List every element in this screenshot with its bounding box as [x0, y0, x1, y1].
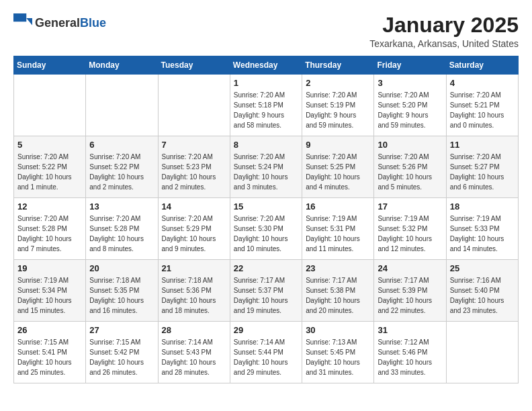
day-info: Sunrise: 7:17 AM Sunset: 5:37 PM Dayligh… — [234, 275, 298, 316]
day-info: Sunrise: 7:20 AM Sunset: 5:21 PM Dayligh… — [450, 90, 515, 130]
calendar-cell: 24Sunrise: 7:17 AM Sunset: 5:39 PM Dayli… — [374, 260, 446, 322]
day-header-saturday: Saturday — [446, 56, 518, 75]
day-info: Sunrise: 7:20 AM Sunset: 5:19 PM Dayligh… — [306, 90, 370, 130]
day-info: Sunrise: 7:20 AM Sunset: 5:28 PM Dayligh… — [17, 214, 82, 254]
calendar-week-3: 12Sunrise: 7:20 AM Sunset: 5:28 PM Dayli… — [14, 198, 519, 260]
calendar-cell: 20Sunrise: 7:18 AM Sunset: 5:35 PM Dayli… — [86, 260, 158, 322]
day-info: Sunrise: 7:19 AM Sunset: 5:32 PM Dayligh… — [378, 214, 442, 254]
day-number: 17 — [378, 201, 442, 212]
day-number: 19 — [17, 263, 82, 273]
calendar-cell: 6Sunrise: 7:20 AM Sunset: 5:22 PM Daylig… — [86, 136, 158, 198]
calendar-cell: 27Sunrise: 7:15 AM Sunset: 5:42 PM Dayli… — [86, 322, 158, 383]
page-header: GeneralBlue January 2025 Texarkana, Arka… — [13, 13, 519, 49]
calendar-cell: 22Sunrise: 7:17 AM Sunset: 5:37 PM Dayli… — [230, 260, 302, 322]
day-info: Sunrise: 7:17 AM Sunset: 5:38 PM Dayligh… — [306, 275, 370, 316]
calendar-cell: 17Sunrise: 7:19 AM Sunset: 5:32 PM Dayli… — [374, 198, 446, 260]
calendar-cell: 16Sunrise: 7:19 AM Sunset: 5:31 PM Dayli… — [302, 198, 374, 260]
day-number: 24 — [378, 263, 442, 273]
day-header-thursday: Thursday — [302, 56, 374, 75]
day-number: 18 — [450, 201, 515, 212]
day-info: Sunrise: 7:17 AM Sunset: 5:39 PM Dayligh… — [378, 275, 442, 316]
day-info: Sunrise: 7:12 AM Sunset: 5:46 PM Dayligh… — [378, 337, 442, 377]
svg-rect-2 — [13, 13, 26, 21]
calendar-cell — [86, 75, 158, 136]
calendar-cell: 31Sunrise: 7:12 AM Sunset: 5:46 PM Dayli… — [374, 322, 446, 383]
day-info: Sunrise: 7:15 AM Sunset: 5:41 PM Dayligh… — [17, 337, 82, 377]
calendar-cell: 8Sunrise: 7:20 AM Sunset: 5:24 PM Daylig… — [230, 136, 302, 198]
calendar-cell: 4Sunrise: 7:20 AM Sunset: 5:21 PM Daylig… — [446, 75, 518, 136]
day-info: Sunrise: 7:19 AM Sunset: 5:33 PM Dayligh… — [450, 214, 515, 254]
day-number: 12 — [17, 201, 82, 212]
day-number: 16 — [306, 201, 370, 212]
day-number: 29 — [234, 325, 298, 335]
calendar-week-4: 19Sunrise: 7:19 AM Sunset: 5:34 PM Dayli… — [14, 260, 519, 322]
day-number: 25 — [450, 263, 515, 273]
day-number: 30 — [306, 325, 370, 335]
day-info: Sunrise: 7:14 AM Sunset: 5:44 PM Dayligh… — [234, 337, 298, 377]
calendar-cell — [158, 75, 230, 136]
day-number: 15 — [234, 201, 298, 212]
calendar-week-2: 5Sunrise: 7:20 AM Sunset: 5:22 PM Daylig… — [14, 136, 519, 198]
day-info: Sunrise: 7:19 AM Sunset: 5:31 PM Dayligh… — [306, 214, 370, 254]
day-number: 7 — [162, 140, 226, 150]
day-info: Sunrise: 7:20 AM Sunset: 5:23 PM Dayligh… — [162, 152, 226, 192]
calendar-cell: 26Sunrise: 7:15 AM Sunset: 5:41 PM Dayli… — [14, 322, 86, 383]
day-number: 28 — [162, 325, 226, 335]
calendar-cell: 23Sunrise: 7:17 AM Sunset: 5:38 PM Dayli… — [302, 260, 374, 322]
day-info: Sunrise: 7:20 AM Sunset: 5:24 PM Dayligh… — [234, 152, 298, 192]
day-number: 13 — [89, 201, 154, 212]
calendar-cell: 9Sunrise: 7:20 AM Sunset: 5:25 PM Daylig… — [302, 136, 374, 198]
calendar-cell: 13Sunrise: 7:20 AM Sunset: 5:28 PM Dayli… — [86, 198, 158, 260]
day-number: 8 — [234, 140, 298, 150]
day-info: Sunrise: 7:20 AM Sunset: 5:25 PM Dayligh… — [306, 152, 370, 192]
calendar-cell: 7Sunrise: 7:20 AM Sunset: 5:23 PM Daylig… — [158, 136, 230, 198]
day-info: Sunrise: 7:18 AM Sunset: 5:35 PM Dayligh… — [89, 275, 154, 316]
calendar-cell: 12Sunrise: 7:20 AM Sunset: 5:28 PM Dayli… — [14, 198, 86, 260]
day-info: Sunrise: 7:14 AM Sunset: 5:43 PM Dayligh… — [162, 337, 226, 377]
day-info: Sunrise: 7:16 AM Sunset: 5:40 PM Dayligh… — [450, 275, 515, 316]
calendar-cell: 18Sunrise: 7:19 AM Sunset: 5:33 PM Dayli… — [446, 198, 518, 260]
calendar-cell: 5Sunrise: 7:20 AM Sunset: 5:22 PM Daylig… — [14, 136, 86, 198]
logo-general: GeneralBlue — [35, 17, 106, 30]
calendar-week-5: 26Sunrise: 7:15 AM Sunset: 5:41 PM Dayli… — [14, 322, 519, 383]
day-info: Sunrise: 7:20 AM Sunset: 5:26 PM Dayligh… — [378, 152, 442, 192]
calendar-header-row: SundayMondayTuesdayWednesdayThursdayFrid… — [14, 56, 519, 75]
calendar-week-1: 1Sunrise: 7:20 AM Sunset: 5:18 PM Daylig… — [14, 75, 519, 136]
day-info: Sunrise: 7:18 AM Sunset: 5:36 PM Dayligh… — [162, 275, 226, 316]
calendar-cell: 30Sunrise: 7:13 AM Sunset: 5:45 PM Dayli… — [302, 322, 374, 383]
day-number: 22 — [234, 263, 298, 273]
calendar-cell: 15Sunrise: 7:20 AM Sunset: 5:30 PM Dayli… — [230, 198, 302, 260]
day-number: 21 — [162, 263, 226, 273]
calendar-cell: 21Sunrise: 7:18 AM Sunset: 5:36 PM Dayli… — [158, 260, 230, 322]
calendar-cell: 3Sunrise: 7:20 AM Sunset: 5:20 PM Daylig… — [374, 75, 446, 136]
day-info: Sunrise: 7:20 AM Sunset: 5:22 PM Dayligh… — [89, 152, 154, 192]
day-number: 4 — [450, 78, 515, 88]
day-header-tuesday: Tuesday — [158, 56, 230, 75]
calendar-cell: 14Sunrise: 7:20 AM Sunset: 5:29 PM Dayli… — [158, 198, 230, 260]
calendar-cell — [14, 75, 86, 136]
logo-icon — [13, 13, 32, 32]
day-number: 31 — [378, 325, 442, 335]
day-number: 3 — [378, 78, 442, 88]
calendar-cell: 2Sunrise: 7:20 AM Sunset: 5:19 PM Daylig… — [302, 75, 374, 136]
calendar-cell — [446, 322, 518, 383]
day-header-sunday: Sunday — [14, 56, 86, 75]
day-info: Sunrise: 7:19 AM Sunset: 5:34 PM Dayligh… — [17, 275, 82, 316]
day-number: 1 — [234, 78, 298, 88]
logo: GeneralBlue — [13, 13, 106, 32]
calendar-cell: 25Sunrise: 7:16 AM Sunset: 5:40 PM Dayli… — [446, 260, 518, 322]
calendar-cell: 10Sunrise: 7:20 AM Sunset: 5:26 PM Dayli… — [374, 136, 446, 198]
calendar-body: 1Sunrise: 7:20 AM Sunset: 5:18 PM Daylig… — [14, 75, 519, 383]
day-info: Sunrise: 7:20 AM Sunset: 5:18 PM Dayligh… — [234, 90, 298, 130]
calendar-cell: 1Sunrise: 7:20 AM Sunset: 5:18 PM Daylig… — [230, 75, 302, 136]
day-info: Sunrise: 7:20 AM Sunset: 5:22 PM Dayligh… — [17, 152, 82, 192]
day-header-monday: Monday — [86, 56, 158, 75]
calendar-cell: 19Sunrise: 7:19 AM Sunset: 5:34 PM Dayli… — [14, 260, 86, 322]
day-info: Sunrise: 7:20 AM Sunset: 5:29 PM Dayligh… — [162, 214, 226, 254]
day-number: 14 — [162, 201, 226, 212]
day-number: 26 — [17, 325, 82, 335]
day-number: 2 — [306, 78, 370, 88]
day-info: Sunrise: 7:20 AM Sunset: 5:20 PM Dayligh… — [378, 90, 442, 130]
calendar-cell: 28Sunrise: 7:14 AM Sunset: 5:43 PM Dayli… — [158, 322, 230, 383]
day-info: Sunrise: 7:13 AM Sunset: 5:45 PM Dayligh… — [306, 337, 370, 377]
